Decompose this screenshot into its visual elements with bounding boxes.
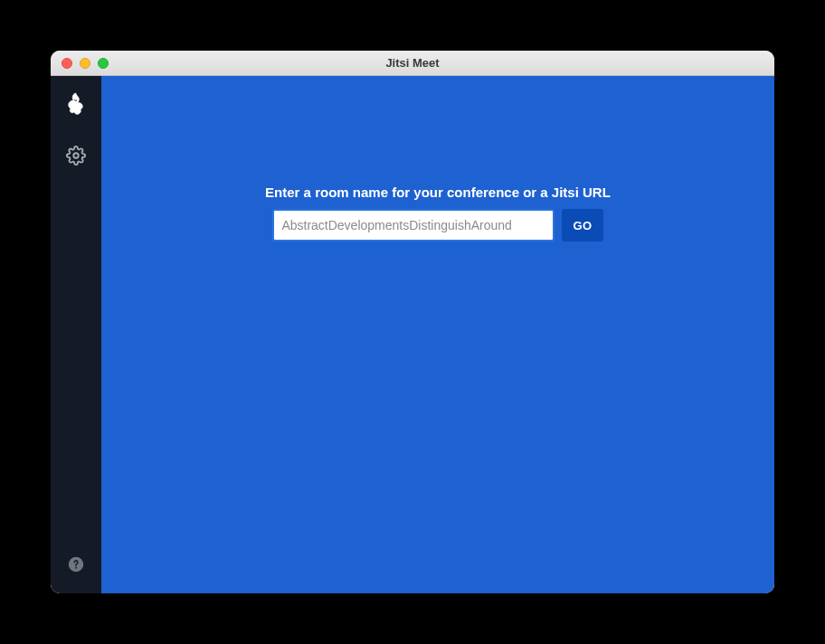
sidebar-item-help[interactable] bbox=[67, 557, 85, 575]
titlebar[interactable]: Jitsi Meet bbox=[51, 51, 774, 76]
sidebar bbox=[51, 76, 101, 593]
sidebar-item-settings[interactable] bbox=[63, 145, 89, 170]
main-content: Enter a room name for your conference or… bbox=[101, 76, 774, 593]
app-body: Enter a room name for your conference or… bbox=[51, 76, 774, 593]
help-icon bbox=[68, 556, 84, 576]
svg-point-0 bbox=[73, 153, 79, 158]
go-button[interactable]: GO bbox=[562, 209, 602, 242]
close-window-button[interactable] bbox=[62, 58, 72, 69]
room-input-row: GO bbox=[272, 209, 602, 242]
maximize-window-button[interactable] bbox=[98, 58, 109, 69]
svg-point-2 bbox=[75, 567, 77, 569]
jitsi-logo-icon bbox=[64, 91, 88, 122]
app-window: Jitsi Meet bbox=[51, 51, 774, 593]
gear-icon bbox=[66, 146, 86, 169]
sidebar-item-home[interactable] bbox=[63, 94, 89, 119]
room-prompt-label: Enter a room name for your conference or… bbox=[265, 185, 611, 200]
window-controls bbox=[51, 58, 109, 69]
room-name-input[interactable] bbox=[272, 209, 555, 242]
window-title: Jitsi Meet bbox=[51, 56, 774, 70]
minimize-window-button[interactable] bbox=[80, 58, 90, 69]
